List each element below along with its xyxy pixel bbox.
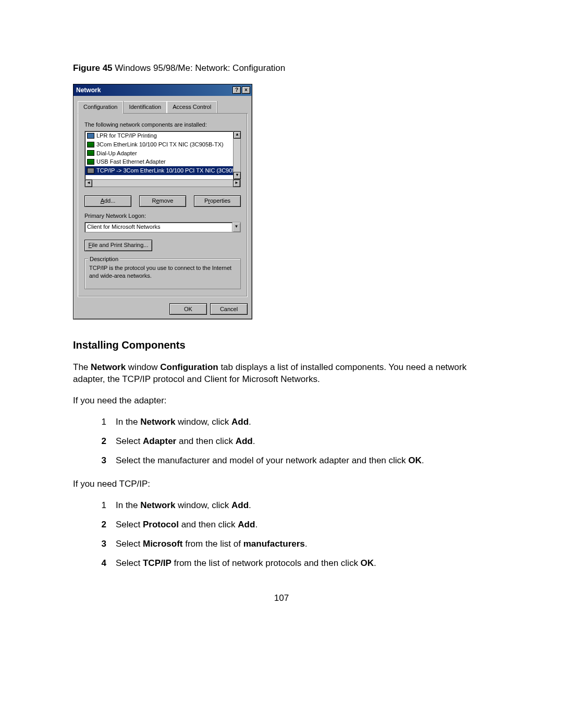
components-listbox[interactable]: LPR for TCP/IP Printing 3Com EtherLink 1… bbox=[84, 131, 241, 187]
properties-button[interactable]: Properties bbox=[194, 195, 241, 207]
step-text: Select Protocol and then click Add. bbox=[116, 519, 258, 531]
step-row: 1 In the Network window, click Add. bbox=[99, 416, 490, 428]
scroll-track[interactable] bbox=[92, 180, 233, 187]
step-number: 3 bbox=[99, 455, 106, 467]
list-item-label: TCP/IP -> 3Com EtherLink 10/100 PCI TX N… bbox=[96, 167, 240, 175]
tab-access-control[interactable]: Access Control bbox=[167, 101, 217, 113]
figure-caption-text: Windows 95/98/Me: Network: Configuration bbox=[113, 63, 286, 73]
titlebar: Network ? × bbox=[74, 84, 252, 96]
step-text: Select TCP/IP from the list of network p… bbox=[116, 558, 376, 570]
step-row: 4 Select TCP/IP from the list of network… bbox=[99, 558, 490, 570]
titlebar-buttons: ? × bbox=[232, 87, 250, 94]
list-item-label: LPR for TCP/IP Printing bbox=[96, 132, 157, 140]
step-text: In the Network window, click Add. bbox=[116, 416, 251, 428]
close-button[interactable]: × bbox=[242, 87, 250, 94]
cancel-button[interactable]: Cancel bbox=[210, 303, 248, 315]
section-heading: Installing Components bbox=[73, 338, 490, 352]
adapter-intro: If you need the adapter: bbox=[73, 395, 490, 407]
vertical-scrollbar[interactable]: ▲ ▼ bbox=[233, 131, 240, 179]
description-title: Description bbox=[88, 255, 120, 263]
list-item-label: 3Com EtherLink 10/100 PCI TX NIC (3C905B… bbox=[96, 141, 224, 149]
step-row: 3 Select the manufacturer and model of y… bbox=[99, 455, 490, 467]
scroll-right-button[interactable]: ► bbox=[233, 180, 240, 187]
step-row: 1 In the Network window, click Add. bbox=[99, 500, 490, 512]
dialog-title: Network bbox=[76, 86, 101, 94]
page-number: 107 bbox=[73, 593, 490, 604]
combo-dropdown-button[interactable]: ▼ bbox=[232, 223, 240, 232]
protocol-icon bbox=[87, 168, 94, 174]
step-number: 2 bbox=[99, 519, 106, 531]
scroll-down-button[interactable]: ▼ bbox=[234, 172, 241, 179]
list-button-row: Add... Remove Properties bbox=[84, 195, 241, 207]
list-item[interactable]: 3Com EtherLink 10/100 PCI TX NIC (3C905B… bbox=[85, 140, 240, 149]
list-item[interactable]: Dial-Up Adapter bbox=[85, 149, 240, 158]
step-row: 3 Select Microsoft from the list of manu… bbox=[99, 538, 490, 550]
description-groupbox: Description TCP/IP is the protocol you u… bbox=[84, 258, 241, 290]
scroll-track[interactable] bbox=[234, 139, 240, 172]
list-item-label: USB Fast Ethernet Adapter bbox=[96, 158, 166, 166]
intro-paragraph: The Network window Configuration tab dis… bbox=[73, 362, 490, 386]
tcpip-intro: If you need TCP/IP: bbox=[73, 478, 490, 490]
step-text: Select Microsoft from the list of manufa… bbox=[116, 538, 308, 550]
primary-logon-value: Client for Microsoft Networks bbox=[85, 223, 232, 231]
help-button[interactable]: ? bbox=[232, 87, 241, 94]
tab-panel-configuration: The following network components are ins… bbox=[78, 114, 248, 297]
tab-configuration[interactable]: Configuration bbox=[78, 101, 123, 114]
list-item[interactable]: TCP/IP -> 3Com EtherLink 10/100 PCI TX N… bbox=[85, 166, 240, 175]
step-number: 4 bbox=[99, 558, 106, 570]
list-item[interactable]: USB Fast Ethernet Adapter bbox=[85, 157, 240, 166]
description-text: TCP/IP is the protocol you use to connec… bbox=[89, 264, 236, 280]
file-print-sharing-button[interactable]: File and Print Sharing... bbox=[84, 240, 152, 251]
step-number: 3 bbox=[99, 538, 106, 550]
step-row: 2 Select Adapter and then click Add. bbox=[99, 436, 490, 448]
tab-identification[interactable]: Identification bbox=[123, 101, 167, 113]
dialog-body: Configuration Identification Access Cont… bbox=[74, 96, 252, 300]
dialog-footer: OK Cancel bbox=[74, 300, 252, 319]
step-number: 1 bbox=[99, 500, 106, 512]
list-item-label: Dial-Up Adapter bbox=[96, 150, 137, 157]
nic-icon bbox=[87, 142, 94, 147]
nic-icon bbox=[87, 150, 94, 156]
step-text: Select the manufacturer and model of you… bbox=[116, 455, 424, 467]
primary-logon-combobox[interactable]: Client for Microsoft Networks ▼ bbox=[84, 222, 241, 232]
remove-button[interactable]: Remove bbox=[139, 195, 186, 207]
tabs: Configuration Identification Access Cont… bbox=[78, 101, 248, 114]
figure-label: Figure 45 bbox=[73, 63, 113, 73]
list-item[interactable]: LPR for TCP/IP Printing bbox=[85, 131, 240, 140]
scroll-left-button[interactable]: ◄ bbox=[85, 180, 92, 187]
step-row: 2 Select Protocol and then click Add. bbox=[99, 519, 490, 531]
component-icon bbox=[87, 133, 94, 139]
figure-caption: Figure 45 Windows 95/98/Me: Network: Con… bbox=[73, 63, 490, 75]
primary-logon-label: Primary Network Logon: bbox=[84, 212, 241, 220]
step-number: 1 bbox=[99, 416, 106, 428]
ok-button[interactable]: OK bbox=[169, 303, 207, 315]
tcpip-steps: 1 In the Network window, click Add. 2 Se… bbox=[99, 500, 490, 570]
step-text: In the Network window, click Add. bbox=[116, 500, 251, 512]
scroll-up-button[interactable]: ▲ bbox=[234, 131, 241, 139]
horizontal-scrollbar[interactable]: ◄ ► bbox=[85, 179, 240, 187]
add-button[interactable]: Add... bbox=[84, 195, 131, 207]
step-number: 2 bbox=[99, 436, 106, 448]
nic-icon bbox=[87, 159, 94, 165]
adapter-steps: 1 In the Network window, click Add. 2 Se… bbox=[99, 416, 490, 467]
components-list-inner: LPR for TCP/IP Printing 3Com EtherLink 1… bbox=[85, 131, 240, 179]
network-dialog: Network ? × Configuration Identification… bbox=[73, 84, 252, 319]
installed-components-label: The following network components are ins… bbox=[84, 121, 241, 129]
step-text: Select Adapter and then click Add. bbox=[116, 436, 255, 448]
